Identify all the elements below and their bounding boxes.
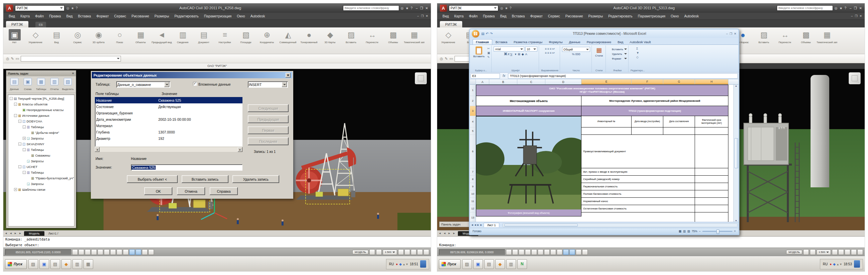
tree-expander[interactable]: - [19,142,21,145]
status-toggle-button[interactable] [851,249,857,255]
tray-icon[interactable]: ● [830,262,832,266]
vertical-scrollbar[interactable]: ▲ ▼ [734,85,738,222]
status-toggle-button[interactable] [544,249,550,255]
menu-item[interactable]: Параметризация [202,13,235,19]
model-space-button[interactable]: МОДЕЛЬ [352,250,368,254]
sheet-nav-icon[interactable]: ► [480,223,483,226]
sheet-nav-icon[interactable]: ◄ [471,223,474,226]
ribbon-button[interactable]: ◆ 3D Карты [320,28,341,44]
row-header[interactable]: 12 [470,205,476,213]
ribbon-button[interactable]: ○ Показ [109,28,130,44]
map-toolbar-icon[interactable]: ✎ [445,57,448,61]
titlebar-icon[interactable]: ◎ [401,6,404,10]
map-toolbar-icon[interactable]: ▭ [450,57,453,61]
tree-expander[interactable]: - [10,97,13,100]
status-toggle-button[interactable] [91,249,97,255]
minimize-button[interactable]: – [849,6,851,10]
row-header-selected[interactable]: 3 [470,106,476,116]
excel-ribbon-tab[interactable]: Данные [566,39,583,45]
autocad-app-icon[interactable]: A [440,5,447,12]
status-toggle-button[interactable] [398,249,404,255]
status-toggle-button[interactable] [72,249,78,255]
qat-icon[interactable]: ◎ [66,6,69,10]
sheet-nav-icon[interactable]: ◄ [474,223,477,226]
tree-node[interactable]: ◲ Запросы [8,158,74,164]
insert-record-button[interactable]: Вставить запись [182,175,228,183]
menu-item[interactable]: Рисование [563,13,586,19]
tree-expander[interactable] [23,182,26,185]
column-header[interactable]: G [663,79,695,84]
tree-node[interactable]: + ▦ Шаблоны связи [8,187,74,192]
zoom-slider[interactable] [702,231,733,232]
alignment-icon[interactable]: ≡ [550,51,551,55]
empty-cell[interactable] [582,128,631,135]
menu-item[interactable]: Вставка [509,13,527,19]
nested-data-checkbox[interactable]: ✓ [193,82,197,86]
status-toggle-button[interactable] [424,249,429,255]
status-icon[interactable] [803,249,809,255]
tree-node[interactable]: - ◫ SKVAZHINY [8,141,74,147]
taskbar-app-button[interactable]: ▣ [473,259,483,269]
status-toggle-button[interactable] [104,249,110,255]
excel-ribbon-tab[interactable]: Главная [472,39,492,45]
number-tool-icon[interactable]: % [572,53,575,56]
tree-node[interactable]: + ◲ Запросы [8,136,74,141]
row-header[interactable]: 13 [470,213,476,222]
row-label-cell[interactable]: Серийный (заводской) номер [582,176,695,183]
doc-control-icon[interactable]: ✕ [859,15,862,18]
record-nav-button[interactable]: Последняя [248,138,288,145]
tree-node[interactable]: - ▤ Текущий чертеж [PL_K258.dwg] [8,96,74,101]
layer-combo[interactable] [21,56,121,61]
status-toggle-button[interactable] [417,249,423,255]
ribbon-button[interactable]: ↔ Перенести [774,28,796,44]
ribbon-button[interactable]: ▩ Объемы [383,28,404,44]
close-button[interactable]: ✕ [426,6,428,10]
ribbon-button[interactable]: ▦ Тематический запро... [816,28,838,44]
empty-cell[interactable] [695,128,728,135]
inner-col-header[interactable]: Дата ввода (постройки) [631,116,663,128]
record-nav-button[interactable]: Предыдущая [248,115,288,123]
menu-item[interactable]: Редактировать [172,13,202,19]
status-toggle-button[interactable] [129,249,135,255]
status-toggle-button[interactable] [519,249,524,255]
excel-qat-icon[interactable]: ↶ [486,32,488,35]
titlebar-icon[interactable]: ★ [840,6,843,10]
status-toggle-button[interactable] [142,249,148,255]
map-toolbar-icon[interactable]: ◎ [440,57,443,61]
column-header[interactable]: H [695,79,728,84]
column-header[interactable]: A [476,79,489,84]
status-toggle-button[interactable] [845,249,850,255]
empty-cell[interactable] [663,128,695,135]
tree-node[interactable]: - ▥ Таблицы [8,147,74,153]
scrollbar-thumb[interactable] [504,224,578,226]
tab-nav-icons[interactable]: ◄ ◄ ► ► [438,232,456,235]
ribbon-button[interactable]: ◉ 3D орбита [88,28,109,44]
font-tool-icon[interactable]: ⊞ [518,53,520,56]
tree-expander[interactable] [27,177,30,180]
ribbon-button[interactable]: ≡ Настройки [214,28,236,44]
excel-ribbon-tab[interactable]: Вид [615,39,626,45]
field-value-row[interactable]: Организация_бурения [95,110,243,116]
status-toggle-button[interactable] [512,249,518,255]
menu-item[interactable]: Сервис [112,13,129,19]
inner-col-header[interactable]: Инвентарный № [582,116,631,128]
row-header[interactable]: 8 [470,176,476,183]
tree-node[interactable]: ◲ Запросы [8,181,74,187]
excel-ribbon-tab[interactable]: Autodesk Vault [626,39,654,45]
tree-node[interactable]: ▦ Скважины [8,153,74,158]
menu-item[interactable]: Размеры [152,13,172,19]
status-toggle-button[interactable] [550,249,556,255]
status-toggle-button[interactable] [832,249,838,255]
select-object-button[interactable]: Выбрать объект < [127,175,178,183]
menu-item[interactable]: Размеры [586,13,606,19]
map-toolbar-icon[interactable]: ◎ [6,57,9,61]
row-header[interactable]: 10 [470,190,476,198]
row-header[interactable]: 1 [470,85,476,96]
empty-cell[interactable] [695,135,728,168]
empty-cell[interactable] [695,168,728,176]
status-toggle-button[interactable] [79,249,84,255]
model-space-button[interactable]: МОДЕЛЬ [786,250,802,254]
taskbar-app-button[interactable]: N [517,259,527,269]
close-icon[interactable]: ✕ [285,73,290,78]
ribbon-button[interactable]: ▨ Вставить [753,28,774,44]
